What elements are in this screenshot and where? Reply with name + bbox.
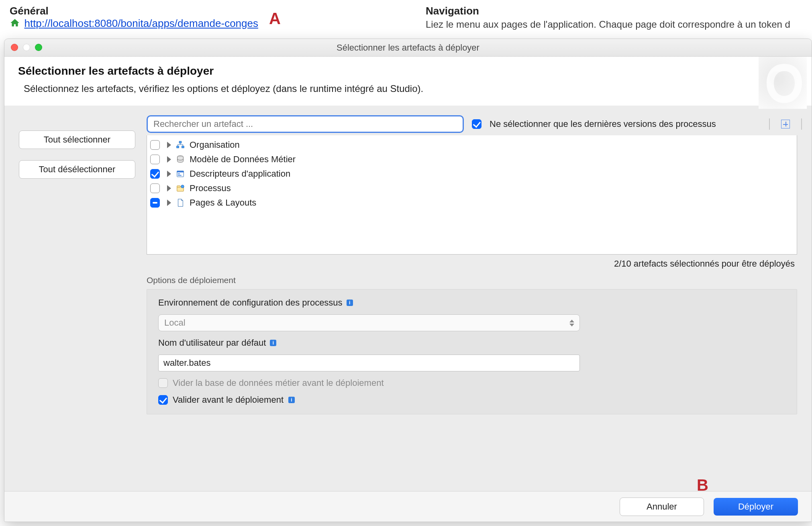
latest-versions-label: Ne sélectionner que les dernières versio…	[490, 119, 716, 129]
search-row: Ne sélectionner que les dernières versio…	[147, 115, 805, 133]
svg-rect-9	[177, 186, 180, 188]
user-label: Nom d'utilisateur par défaut i	[158, 338, 785, 348]
bg-general-title: Général	[10, 5, 371, 17]
deselect-all-button[interactable]: Tout désélectionner	[19, 160, 135, 179]
bg-general: Général http://localhost:8080/bonita/app…	[10, 5, 371, 30]
svg-rect-1	[177, 146, 179, 148]
window-minimize-icon[interactable]	[23, 44, 30, 51]
toolbar-divider	[769, 118, 770, 130]
latest-versions-checkbox[interactable]	[472, 119, 481, 129]
chevron-right-icon[interactable]	[167, 185, 171, 192]
bonita-logo-icon	[759, 57, 807, 109]
selection-status: 2/10 artefacts sélectionnés pour être dé…	[147, 259, 797, 269]
info-icon[interactable]: i	[270, 340, 276, 346]
window-close-icon[interactable]	[11, 44, 18, 51]
tree-checkbox[interactable]	[150, 198, 160, 208]
env-select-value: Local	[164, 318, 186, 328]
window-zoom-icon[interactable]	[35, 44, 42, 51]
db-icon	[176, 155, 185, 164]
tree-label: Pages & Layouts	[190, 198, 256, 208]
select-stepper-icon	[567, 317, 576, 328]
modal-footer: Annuler Déployer	[4, 491, 812, 522]
deploy-modal: Sélectionner les artefacts à déployer Sé…	[4, 39, 812, 522]
modal-header: Sélectionner les artefacts à déployer Sé…	[4, 57, 812, 106]
artifact-tree: Organisation Modèle de Données Métier	[147, 135, 797, 255]
window-title: Sélectionner les artefacts à déployer	[4, 39, 812, 57]
process-icon	[176, 184, 185, 193]
tree-label: Descripteurs d'application	[190, 169, 290, 179]
cancel-button[interactable]: Annuler	[620, 497, 704, 516]
options-title: Options de déploiement	[147, 275, 797, 285]
callout-a: A	[269, 10, 281, 28]
tree-row-bdm[interactable]: Modèle de Données Métier	[150, 152, 794, 167]
bulk-select-buttons: Tout sélectionner Tout désélectionner	[19, 130, 135, 179]
svg-rect-5	[177, 171, 184, 173]
tree-row-process[interactable]: Processus	[150, 181, 794, 196]
tree-label: Processus	[190, 183, 231, 194]
tree-checkbox[interactable]	[150, 183, 160, 193]
modal-heading: Sélectionner les artefacts à déployer	[18, 65, 798, 77]
options-box: Environnement de configuration des proce…	[147, 289, 797, 414]
search-input[interactable]	[147, 115, 464, 133]
svg-rect-0	[179, 141, 182, 143]
svg-rect-7	[178, 175, 182, 176]
bg-navigation: Navigation Liez le menu aux pages de l'a…	[426, 5, 812, 30]
validate-label: Valider avant le déploiement	[173, 395, 284, 405]
org-icon	[176, 141, 185, 149]
validate-checkbox[interactable]	[158, 395, 168, 405]
tree-row-pages[interactable]: Pages & Layouts	[150, 196, 794, 210]
deploy-button[interactable]: Déployer	[714, 498, 798, 516]
appdesc-icon	[176, 169, 185, 178]
tree-area: Ne sélectionner que les dernières versio…	[147, 115, 805, 255]
tree-label: Modèle de Données Métier	[190, 154, 296, 165]
callout-b: B	[697, 476, 708, 494]
expand-all-icon[interactable]	[781, 120, 790, 128]
user-label-text: Nom d'utilisateur par défaut	[158, 338, 266, 348]
default-user-input[interactable]	[158, 355, 580, 371]
window-controls	[11, 44, 42, 51]
select-all-button[interactable]: Tout sélectionner	[19, 130, 135, 149]
info-icon[interactable]: i	[347, 300, 353, 306]
toolbar-divider-2	[801, 118, 802, 130]
drop-bdm-row: Vider la base de données métier avant le…	[158, 378, 785, 388]
tree-row-app-descriptors[interactable]: Descripteurs d'application	[150, 167, 794, 181]
bg-nav-title: Navigation	[426, 5, 812, 17]
env-select[interactable]: Local	[158, 314, 580, 331]
window-titlebar[interactable]: Sélectionner les artefacts à déployer	[4, 39, 812, 57]
bg-general-url[interactable]: http://localhost:8080/bonita/apps/demand…	[24, 17, 258, 29]
svg-point-10	[181, 185, 184, 188]
info-icon[interactable]: i	[288, 397, 295, 403]
tree-checkbox[interactable]	[150, 169, 160, 179]
tree-label: Organisation	[190, 140, 240, 150]
home-icon	[10, 18, 20, 30]
modal-subtitle: Sélectionnez les artefacts, vérifiez les…	[24, 83, 798, 94]
tree-row-organisation[interactable]: Organisation	[150, 138, 794, 152]
drop-bdm-checkbox	[158, 378, 168, 388]
env-label: Environnement de configuration des proce…	[158, 298, 785, 308]
svg-rect-2	[182, 146, 184, 148]
drop-bdm-label: Vider la base de données métier avant le…	[173, 378, 384, 388]
chevron-right-icon[interactable]	[167, 156, 171, 163]
chevron-right-icon[interactable]	[167, 200, 171, 206]
tree-checkbox[interactable]	[150, 140, 160, 150]
chevron-right-icon[interactable]	[167, 171, 171, 177]
svg-rect-6	[178, 173, 180, 174]
page-icon	[176, 198, 185, 207]
modal-body: Tout sélectionner Tout désélectionner Ne…	[4, 106, 812, 414]
chevron-right-icon[interactable]	[167, 142, 171, 148]
tree-checkbox[interactable]	[150, 155, 160, 164]
deploy-options: Options de déploiement Environnement de …	[147, 275, 797, 414]
bg-nav-sub: Liez le menu aux pages de l'application.…	[426, 19, 812, 30]
env-label-text: Environnement de configuration des proce…	[158, 298, 343, 308]
validate-row: Valider avant le déploiement i	[158, 395, 785, 405]
